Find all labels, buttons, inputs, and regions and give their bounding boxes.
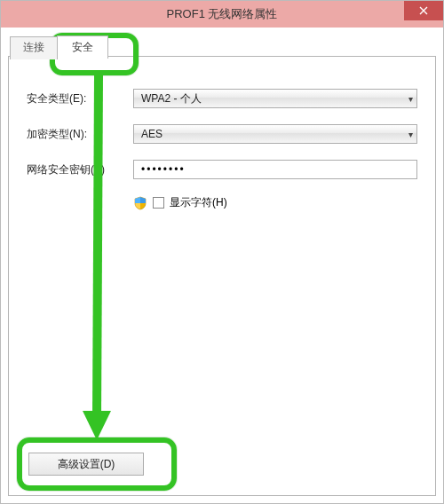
advanced-settings-label: 高级设置(D) — [58, 457, 115, 472]
row-encryption-type: 加密类型(N): AES ▾ — [27, 124, 417, 144]
tab-control: 连接 安全 安全类型(E): WPA2 - 个人 ▾ 加密类型(N): — [8, 35, 436, 496]
encryption-type-value: AES — [141, 128, 163, 140]
tab-strip: 连接 安全 — [10, 35, 436, 58]
titlebar: PROF1 无线网络属性 — [1, 1, 443, 28]
security-key-input[interactable]: •••••••• — [133, 160, 417, 179]
security-type-select[interactable]: WPA2 - 个人 ▾ — [133, 89, 417, 108]
close-icon — [419, 4, 428, 18]
chevron-down-icon: ▾ — [408, 130, 413, 139]
tab-security-label: 安全 — [72, 41, 93, 53]
encryption-type-label: 加密类型(N): — [27, 127, 133, 142]
tab-connect-label: 连接 — [23, 41, 44, 53]
tab-security[interactable]: 安全 — [57, 35, 108, 59]
dialog-window: PROF1 无线网络属性 连接 安全 安全类型(E): — [0, 0, 444, 504]
security-type-value: WPA2 - 个人 — [141, 91, 202, 106]
show-characters-label: 显示字符(H) — [170, 195, 227, 210]
encryption-type-select[interactable]: AES ▾ — [133, 124, 417, 144]
client-area: 连接 安全 安全类型(E): WPA2 - 个人 ▾ 加密类型(N): — [1, 28, 443, 503]
row-security-type: 安全类型(E): WPA2 - 个人 ▾ — [27, 89, 417, 108]
advanced-settings-button[interactable]: 高级设置(D) — [28, 453, 144, 476]
security-key-value: •••••••• — [141, 163, 186, 176]
security-key-label: 网络安全密钥(K) — [27, 162, 133, 177]
window-title: PROF1 无线网络属性 — [167, 6, 278, 22]
chevron-down-icon: ▾ — [408, 94, 413, 104]
tab-panel-security: 安全类型(E): WPA2 - 个人 ▾ 加密类型(N): AES ▾ 网络安全… — [8, 56, 436, 496]
tab-connect[interactable]: 连接 — [10, 36, 58, 59]
shield-icon — [133, 196, 147, 210]
security-type-label: 安全类型(E): — [27, 91, 133, 106]
row-show-characters: 显示字符(H) — [133, 195, 417, 210]
row-security-key: 网络安全密钥(K) •••••••• — [27, 160, 417, 179]
show-characters-checkbox[interactable] — [153, 197, 164, 209]
close-button[interactable] — [404, 1, 443, 20]
